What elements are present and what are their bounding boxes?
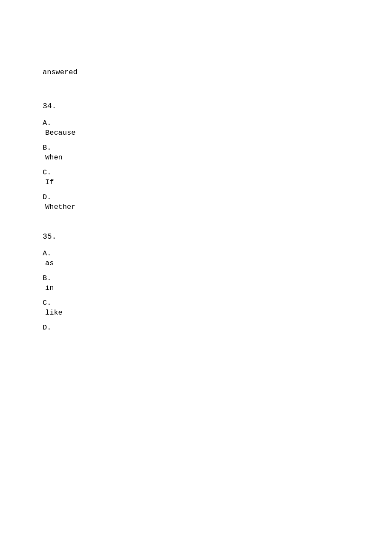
question-34-option-d-block: D. Whether (43, 193, 349, 211)
question-35-option-a-text: as (43, 259, 349, 267)
question-35-block: 35. A. as B. in C. like D. (43, 232, 349, 332)
question-34-option-b-label: B. (43, 144, 349, 152)
question-34-option-c-label: C. (43, 168, 349, 176)
question-34-option-c-text: If (43, 178, 349, 186)
question-34-option-a-text: Because (43, 129, 349, 137)
question-35-option-c-text: like (43, 309, 349, 317)
page-container: answered 34. A. Because B. When C. If D.… (0, 0, 392, 555)
question-34-option-b-text: When (43, 153, 349, 162)
question-34-option-d-label: D. (43, 193, 349, 201)
question-35-option-a-label: A. (43, 249, 349, 257)
question-35-option-d-block: D. (43, 324, 349, 332)
question-35-number: 35. (43, 232, 349, 241)
question-34-block: 34. A. Because B. When C. If D. Whether (43, 102, 349, 211)
question-34-option-a-label: A. (43, 119, 349, 127)
question-35-option-d-label: D. (43, 324, 349, 332)
question-35-option-a-block: A. as (43, 249, 349, 267)
question-34-option-d-text: Whether (43, 203, 349, 211)
question-35-option-b-label: B. (43, 274, 349, 282)
question-35-option-c-block: C. like (43, 299, 349, 317)
question-34-option-b-block: B. When (43, 144, 349, 162)
question-34-option-a-block: A. Because (43, 119, 349, 137)
question-34-option-c-block: C. If (43, 168, 349, 186)
question-35-option-c-label: C. (43, 299, 349, 307)
question-35-option-b-text: in (43, 284, 349, 292)
answered-label: answered (43, 68, 349, 76)
question-35-option-b-block: B. in (43, 274, 349, 292)
question-34-number: 34. (43, 102, 349, 110)
